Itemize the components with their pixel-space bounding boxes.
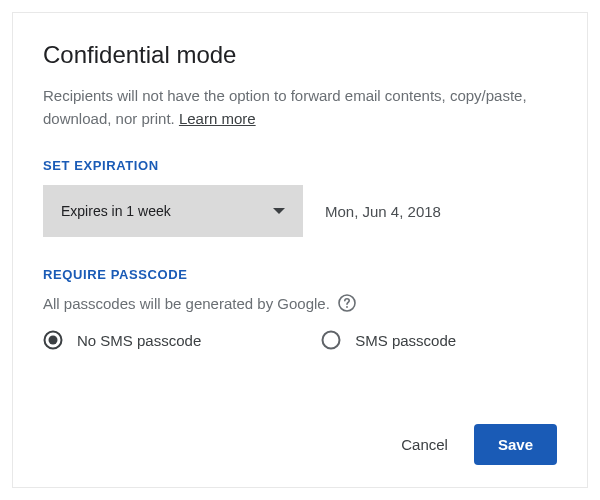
save-button[interactable]: Save — [474, 424, 557, 465]
passcode-radio-group: No SMS passcode SMS passcode — [43, 330, 557, 350]
radio-option-sms[interactable]: SMS passcode — [321, 330, 456, 350]
description-text: Recipients will not have the option to f… — [43, 87, 527, 127]
radio-option-no-sms[interactable]: No SMS passcode — [43, 330, 201, 350]
expiration-selected-label: Expires in 1 week — [61, 203, 171, 219]
radio-label-no-sms: No SMS passcode — [77, 332, 201, 349]
passcode-subtext-row: All passcodes will be generated by Googl… — [43, 294, 557, 312]
svg-point-4 — [323, 332, 340, 349]
svg-point-1 — [346, 306, 348, 308]
set-expiration-header: SET EXPIRATION — [43, 158, 557, 173]
dialog-description: Recipients will not have the option to f… — [43, 85, 557, 130]
passcode-subtext: All passcodes will be generated by Googl… — [43, 295, 330, 312]
expiration-dropdown[interactable]: Expires in 1 week — [43, 185, 303, 237]
expiration-row: Expires in 1 week Mon, Jun 4, 2018 — [43, 185, 557, 237]
radio-selected-icon — [43, 330, 63, 350]
dialog-actions: Cancel Save — [395, 424, 557, 465]
dialog-title: Confidential mode — [43, 41, 557, 69]
svg-point-3 — [49, 336, 58, 345]
radio-label-sms: SMS passcode — [355, 332, 456, 349]
confidential-mode-dialog: Confidential mode Recipients will not ha… — [12, 12, 588, 488]
learn-more-link[interactable]: Learn more — [179, 110, 256, 127]
cancel-button[interactable]: Cancel — [395, 426, 454, 463]
radio-unselected-icon — [321, 330, 341, 350]
expiration-date: Mon, Jun 4, 2018 — [325, 203, 441, 220]
help-icon[interactable] — [338, 294, 356, 312]
chevron-down-icon — [273, 208, 285, 214]
require-passcode-header: REQUIRE PASSCODE — [43, 267, 557, 282]
